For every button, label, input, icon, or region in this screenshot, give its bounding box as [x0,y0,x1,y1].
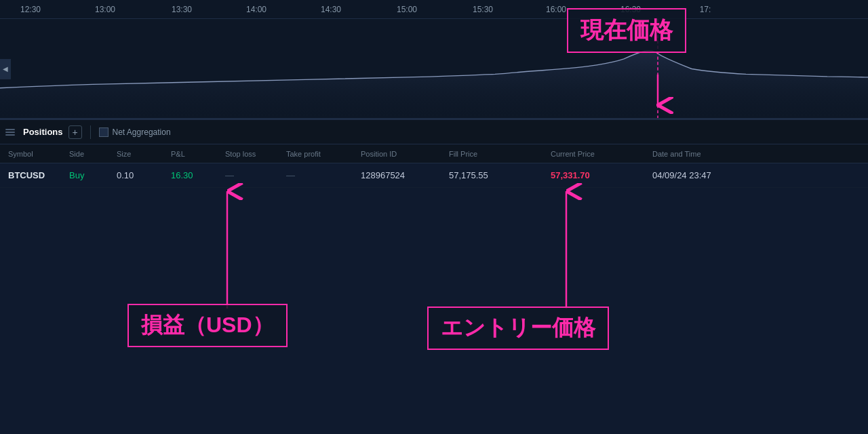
col-takeprofit: Take profit [283,150,358,158]
net-aggregation-toggle[interactable]: Net Aggregation [99,127,171,137]
col-currentprice: Current Price [548,150,650,158]
col-fillprice: Fill Price [446,150,548,158]
time-label-1530: 15:30 [473,5,493,14]
pnl-annotation: 損益（USD） [127,304,288,347]
drag-handle[interactable] [5,129,15,136]
cell-pnl: 16.30 [168,170,222,180]
col-size: Size [114,150,168,158]
col-stoploss: Stop loss [222,150,283,158]
scroll-left-button[interactable]: ◀ [0,59,11,79]
time-label-1630: 16:30 [620,5,641,14]
cell-size: 0.10 [114,170,168,180]
table-header-row: Symbol Side Size P&L Stop loss Take prof… [0,144,868,163]
col-datetime: Date and Time [650,150,758,158]
add-tab-button[interactable]: + [68,125,82,139]
table-row[interactable]: BTCUSD Buy 0.10 16.30 — — 128967524 57,1… [0,163,868,188]
cell-positionid: 128967524 [358,170,446,180]
time-label-1330: 13:30 [172,5,192,14]
entry-price-annotation: エントリー価格 [427,307,609,350]
positions-table: Symbol Side Size P&L Stop loss Take prof… [0,144,868,188]
cell-stoploss: — [222,170,283,180]
time-label-1230: 12:30 [20,5,41,14]
divider [90,125,91,139]
positions-panel: Positions + Net Aggregation Symbol Side … [0,119,868,188]
cell-datetime: 04/09/24 23:47 [650,170,758,180]
panel-header: Positions + Net Aggregation [0,120,868,144]
col-side: Side [66,150,114,158]
col-positionid: Position ID [358,150,446,158]
cell-fillprice: 57,175.55 [446,170,548,180]
time-label-1600: 16:00 [546,5,566,14]
time-label-17: 17: [700,5,711,14]
col-symbol: Symbol [5,150,66,158]
time-label-1500: 15:00 [397,5,417,14]
time-label-1400: 14:00 [246,5,267,14]
cell-side: Buy [66,170,114,180]
positions-tab[interactable]: Positions [23,127,63,137]
col-pnl: P&L [168,150,222,158]
cell-symbol: BTCUSD [5,170,66,180]
cell-currentprice: 57,331.70 [548,170,650,180]
time-label-1300: 13:00 [95,5,115,14]
cell-takeprofit: — [283,170,358,180]
time-label-1430: 14:30 [321,5,341,14]
net-aggregation-label: Net Aggregation [113,127,171,137]
net-aggregation-checkbox[interactable] [99,127,108,137]
